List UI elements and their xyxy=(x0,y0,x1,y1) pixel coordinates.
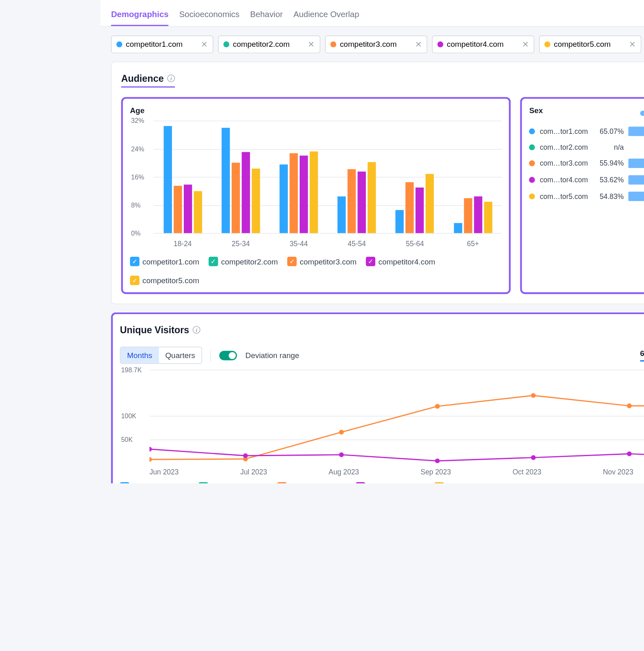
legend-item[interactable]: ✓competitor1.com xyxy=(120,482,189,483)
bar[interactable] xyxy=(396,210,404,233)
sex-title: Sex xyxy=(529,106,543,115)
sex-row: com…tor4.com53.62%46.38% xyxy=(529,175,644,184)
bar[interactable] xyxy=(242,152,250,233)
svg-point-0 xyxy=(150,457,152,462)
legend-item[interactable]: ✓competitor2.com xyxy=(209,257,278,266)
bar[interactable] xyxy=(163,126,172,233)
close-icon[interactable]: ✕ xyxy=(201,39,208,49)
main-tabs: DemographicsSocioeconomicsBehaviorAudien… xyxy=(100,0,644,26)
seg-months[interactable]: Months xyxy=(120,347,159,363)
time-granularity-segment: MonthsQuarters xyxy=(120,347,202,364)
competitor-chip[interactable]: competitor3.com✕ xyxy=(325,35,428,53)
legend-item[interactable]: ✓competitor2.com xyxy=(199,482,268,483)
legend-item[interactable]: ✓competitor5.com xyxy=(130,276,199,285)
audience-title: Audience i xyxy=(121,73,175,87)
svg-point-12 xyxy=(627,452,632,457)
unique-legend: ✓competitor1.com✓competitor2.com✓competi… xyxy=(120,482,644,483)
bar[interactable] xyxy=(406,182,414,233)
bar[interactable] xyxy=(454,223,462,233)
tab-audience-overlap[interactable]: Audience Overlap xyxy=(294,6,359,26)
bar[interactable] xyxy=(194,191,202,233)
info-icon[interactable]: i xyxy=(167,74,175,82)
svg-point-8 xyxy=(243,453,248,458)
competitor-filter-row: competitor1.com✕competitor2.com✕competit… xyxy=(100,26,644,61)
legend-item[interactable]: ✓competitor3.com xyxy=(287,257,357,266)
svg-point-2 xyxy=(339,430,344,435)
bar[interactable] xyxy=(416,188,424,233)
tab-demographics[interactable]: Demographics xyxy=(111,6,168,26)
svg-point-4 xyxy=(531,393,536,398)
tab-behavior[interactable]: Behavior xyxy=(250,6,283,26)
svg-point-10 xyxy=(435,459,440,463)
seg-quarters[interactable]: Quarters xyxy=(159,347,202,363)
svg-point-3 xyxy=(435,404,440,409)
legend-item[interactable]: ✓competitor4.com xyxy=(356,482,425,483)
age-bar-chart: 0%8%16%24%32% 18-2425-3435-4445-5455-646… xyxy=(130,121,502,251)
range-tabs: 6M1Y2YAll Time xyxy=(640,349,644,362)
bar[interactable] xyxy=(474,196,482,233)
bar[interactable] xyxy=(280,165,288,233)
svg-point-9 xyxy=(339,452,344,457)
competitor-chip[interactable]: competitor4.com✕ xyxy=(432,35,535,53)
audience-panel: Audience i Export to PNG Age 0%8%16%24%3… xyxy=(111,61,644,304)
close-icon[interactable]: ✕ xyxy=(522,39,529,49)
competitor-chip[interactable]: competitor1.com✕ xyxy=(111,35,213,53)
bar[interactable] xyxy=(252,169,260,233)
bar[interactable] xyxy=(289,153,298,233)
sex-legend: ♀ Female ♂ Male xyxy=(640,109,644,117)
bar[interactable] xyxy=(464,198,472,233)
unique-visitors-panel: Unique Visitors i Export MonthsQuarters … xyxy=(111,312,644,483)
bar[interactable] xyxy=(368,162,376,233)
close-icon[interactable]: ✕ xyxy=(629,39,636,49)
bar[interactable] xyxy=(183,185,191,233)
range-6m[interactable]: 6M xyxy=(640,349,644,362)
sex-row: com…tor2.comn/a xyxy=(529,143,644,151)
bar[interactable] xyxy=(484,201,492,233)
sex-row: com…tor5.com54.83%45.17% xyxy=(529,192,644,201)
bar[interactable] xyxy=(310,151,318,233)
legend-item[interactable]: ✓competitor1.com xyxy=(130,257,199,266)
competitor-chip[interactable]: competitor2.com✕ xyxy=(218,35,320,53)
bar[interactable] xyxy=(232,163,240,233)
unique-title: Unique Visitors i xyxy=(120,325,200,335)
bar[interactable] xyxy=(174,186,182,233)
svg-point-5 xyxy=(627,404,632,409)
bar[interactable] xyxy=(426,174,434,233)
svg-point-7 xyxy=(150,447,152,452)
bar[interactable] xyxy=(222,128,230,233)
deviation-label: Deviation range xyxy=(246,351,299,360)
legend-item[interactable]: ✓competitor4.com xyxy=(366,257,435,266)
bar[interactable] xyxy=(337,196,346,233)
info-icon[interactable]: i xyxy=(193,326,200,334)
legend-item[interactable]: ✓competitor5.com xyxy=(435,482,504,483)
close-icon[interactable]: ✕ xyxy=(415,39,422,49)
unique-line-chart: 50K100K198.7K Jun 2023Jul 2023Aug 2023Se… xyxy=(120,370,644,476)
close-icon[interactable]: ✕ xyxy=(308,39,315,49)
bar[interactable] xyxy=(358,172,366,233)
sex-row: com…tor1.com65.07%34.93% xyxy=(529,127,644,136)
sex-chart-box: Sex ♀ Female ♂ Male com…tor1.com65.07%34… xyxy=(520,97,644,294)
age-legend: ✓competitor1.com✓competitor2.com✓competi… xyxy=(130,257,502,285)
age-chart-box: Age 0%8%16%24%32% 18-2425-3435-4445-5455… xyxy=(121,97,511,294)
competitor-chip[interactable]: competitor5.com✕ xyxy=(539,35,642,53)
age-title: Age xyxy=(130,106,502,115)
bar[interactable] xyxy=(348,169,356,233)
bar[interactable] xyxy=(300,156,308,233)
deviation-toggle[interactable] xyxy=(220,350,237,360)
sex-row: com…tor3.com55.94%44.06% xyxy=(529,159,644,168)
legend-item[interactable]: ✓competitor3.com xyxy=(277,482,346,483)
tab-socioeconomics[interactable]: Socioeconomics xyxy=(179,6,239,26)
svg-point-11 xyxy=(531,455,536,460)
